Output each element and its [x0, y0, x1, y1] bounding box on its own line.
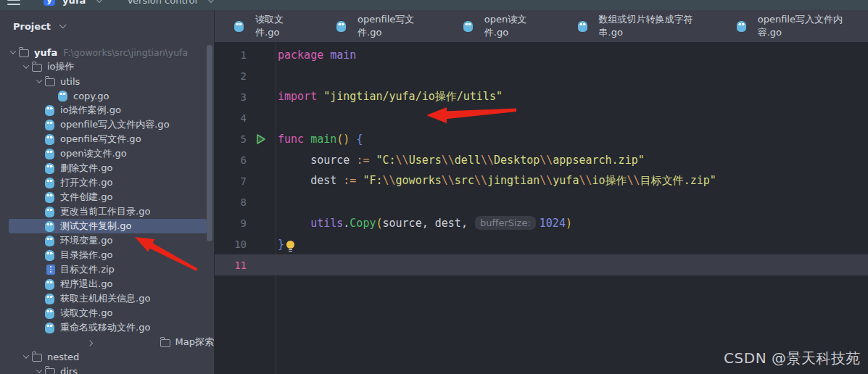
line-number: 2 — [215, 70, 247, 82]
tree-item-label: openfile写文件.go — [60, 133, 141, 146]
tree-item-label: 目标文件.zip — [60, 263, 115, 276]
tree-item-label: copy.go — [73, 91, 109, 101]
tree-item-label: 程序退出.go — [60, 278, 112, 291]
editor-tab[interactable]: openfile写入文件内容.go — [717, 10, 868, 42]
folder-icon — [19, 47, 30, 58]
tree-item-label: Map探索 — [175, 336, 214, 349]
tree-item[interactable]: 读取文件.go — [0, 306, 214, 320]
code-line[interactable]: 1package main — [215, 44, 868, 65]
tree-item[interactable]: nested — [0, 349, 214, 364]
editor-tab[interactable]: openfile写文件.go — [317, 10, 444, 42]
tree-item[interactable]: 更改当前工作目录.go — [0, 204, 214, 219]
chevron-right-icon[interactable] — [20, 340, 160, 344]
project-panel-header[interactable]: Project — [0, 10, 214, 42]
tree-item[interactable]: 删除文件.go — [0, 161, 214, 175]
chevron-down-icon[interactable] — [20, 354, 32, 359]
tree-item[interactable]: 目标文件.zip — [0, 262, 214, 277]
tree-item-label: 重命名或移动文件.go — [60, 321, 150, 334]
editor-tab[interactable]: open读文件.go — [444, 10, 558, 42]
code-line[interactable]: 6 source := "C:\\Users\\dell\\Desktop\\a… — [215, 149, 868, 170]
go-file-icon — [45, 149, 56, 159]
project-tree: yufaF:\goworks\src\jingtian\yufaio操作util… — [0, 42, 214, 374]
code-line[interactable]: 9 utils.Copy(source, dest, bufferSize:10… — [215, 212, 868, 233]
go-file-icon — [45, 105, 56, 116]
code-line[interactable]: 11 — [215, 254, 868, 275]
line-number: 10 — [215, 238, 247, 250]
gutter-slot — [247, 233, 276, 254]
chevron-down-icon[interactable] — [7, 50, 19, 54]
tree-item-label: utils — [60, 76, 80, 87]
chevron-down-icon[interactable] — [33, 369, 45, 373]
code-line[interactable]: 10} — [215, 233, 868, 254]
code-line[interactable]: 2 — [215, 65, 868, 86]
tree-item[interactable]: dirs — [0, 364, 214, 374]
tree-item-label: yufa — [34, 47, 57, 58]
chevron-down-icon[interactable] — [33, 79, 45, 83]
tree-item[interactable]: openfile写入文件内容.go — [0, 117, 214, 132]
main-toolbar: y yufa Version control — [0, 0, 868, 10]
go-file-icon — [45, 236, 56, 246]
editor-tab[interactable]: 读取文件.go — [215, 10, 317, 42]
tree-item-path: F:\goworks\src\jingtian\yufa — [63, 47, 188, 58]
tree-item[interactable]: 测试文件复制.go — [0, 219, 214, 233]
tree-item[interactable]: utils — [0, 74, 214, 88]
tree-item[interactable]: 目录操作.go — [0, 248, 214, 262]
tree-item[interactable]: 文件创建.go — [0, 190, 214, 204]
tree-item-label: io操作案例.go — [60, 104, 121, 117]
tree-item[interactable]: io操作案例.go — [0, 103, 214, 117]
go-file-icon — [45, 207, 56, 217]
line-number: 9 — [215, 217, 247, 229]
tree-item-label: 读取文件.go — [60, 307, 112, 320]
editor-tab-label: openfile写文件.go — [357, 13, 424, 39]
tree-item[interactable]: 程序退出.go — [0, 277, 214, 291]
tree-item[interactable]: yufaF:\goworks\src\jingtian\yufa — [0, 45, 214, 59]
tree-item-label: 打开文件.go — [60, 176, 112, 189]
code-line[interactable]: 5func main() { — [215, 128, 868, 149]
gutter-slot — [247, 44, 276, 65]
gutter-slot — [247, 254, 276, 275]
tree-item[interactable]: Map探索 — [0, 335, 214, 349]
code-text: utils.Copy(source, dest, bufferSize:1024… — [276, 216, 572, 230]
chevron-down-icon[interactable] — [20, 65, 32, 69]
tree-item[interactable]: 重命名或移动文件.go — [0, 320, 214, 335]
line-number: 8 — [215, 196, 247, 208]
line-number: 7 — [215, 175, 247, 187]
folder-icon — [45, 76, 56, 87]
tree-item[interactable]: io操作 — [0, 59, 214, 74]
intention-bulb-icon[interactable] — [286, 241, 294, 249]
line-number: 1 — [215, 49, 247, 61]
project-scrollbar-thumb[interactable] — [207, 45, 212, 241]
tree-item[interactable]: 打开文件.go — [0, 175, 214, 190]
project-avatar[interactable]: y — [44, 0, 55, 6]
code-line[interactable]: 3import "jingtian/yufa/io操作/utils" — [215, 86, 868, 107]
code-line[interactable]: 4 — [215, 107, 868, 128]
code-line[interactable]: 8 — [215, 191, 868, 212]
chevron-down-icon — [207, 0, 215, 3]
tree-item[interactable]: copy.go — [0, 88, 214, 103]
editor-tab[interactable]: 数组或切片转换成字符串.go — [558, 10, 717, 42]
gutter-slot — [247, 149, 276, 170]
go-file-icon — [45, 308, 56, 319]
go-file-icon — [578, 21, 589, 32]
gutter-slot — [247, 65, 276, 86]
editor-tab-label: 读取文件.go — [255, 13, 297, 39]
code-text: package main — [276, 49, 356, 62]
go-file-icon — [737, 21, 748, 32]
editor[interactable]: 1package main23import "jingtian/yufa/io操… — [215, 42, 868, 374]
line-number: 3 — [215, 91, 247, 103]
tree-item[interactable]: 获取主机相关信息.go — [0, 291, 214, 306]
editor-tab-label: openfile写入文件内容.go — [758, 13, 848, 39]
code-line[interactable]: 7 dest := "F:\\goworks\\src\\jingtian\\y… — [215, 170, 868, 191]
run-button[interactable] — [247, 128, 276, 149]
line-number: 5 — [215, 133, 247, 145]
tree-item[interactable]: open读文件.go — [0, 146, 214, 161]
project-name-widget[interactable]: yufa — [62, 0, 86, 6]
tree-item-label: 更改当前工作目录.go — [60, 205, 150, 218]
vcs-widget[interactable]: Version control — [127, 0, 197, 6]
tree-item-label: openfile写入文件内容.go — [60, 118, 170, 131]
hamburger-menu-icon[interactable] — [7, 0, 20, 5]
tree-item[interactable]: openfile写文件.go — [0, 132, 214, 146]
tree-item[interactable]: 环境变量.go — [0, 233, 214, 248]
run-icon[interactable] — [257, 134, 265, 144]
folder-icon — [160, 337, 171, 348]
